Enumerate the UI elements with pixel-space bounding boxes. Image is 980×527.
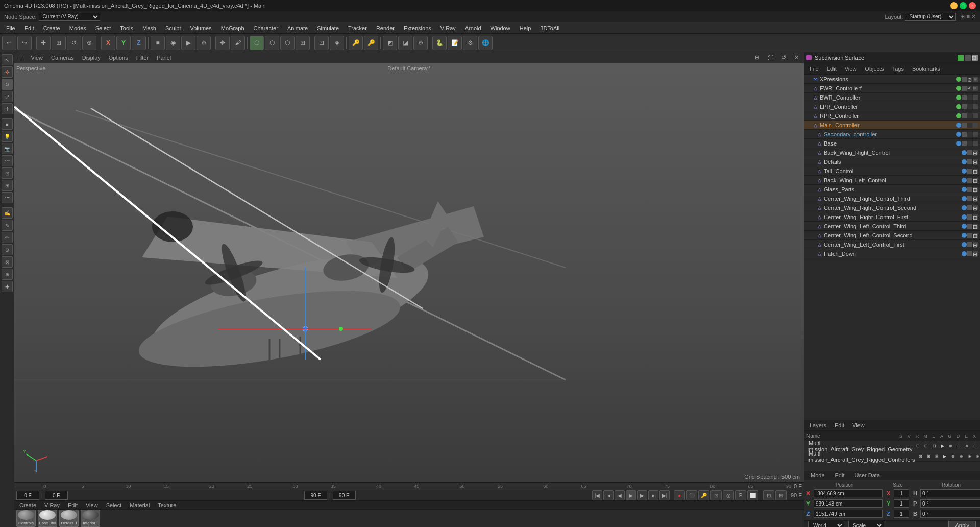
side-paint3-btn[interactable]: ✏: [2, 232, 13, 243]
viewport[interactable]: X Y Z Perspective Default Camera:* Grid …: [14, 63, 804, 482]
layer-c-icon1[interactable]: ⊡: [917, 453, 924, 460]
obj-glass[interactable]: △ Glass_Parts ⊞: [804, 185, 980, 194]
obj-cwrcf[interactable]: △ Center_Wing_Right_Control_First ⊞: [804, 212, 980, 222]
layer-g-icon3[interactable]: ⊟: [931, 443, 938, 450]
layout-dropdown[interactable]: Startup (User): [905, 13, 956, 21]
layer-g-icon5[interactable]: ⊕: [947, 443, 954, 450]
menu-file[interactable]: File: [2, 24, 19, 32]
tool-btn-point[interactable]: ⬡: [280, 36, 295, 50]
obj-cwrct[interactable]: △ Center_Wing_Right_Control_Third ⊞: [804, 194, 980, 203]
tool-btn-3[interactable]: ↺: [67, 36, 81, 50]
side-paint1-btn[interactable]: ✍: [2, 207, 13, 219]
menu-help[interactable]: Help: [516, 24, 535, 32]
mat-interior[interactable]: Interior_: [81, 510, 100, 527]
obj-cwlcf[interactable]: △ Center_Wing_Left_Control_First ⊞: [804, 240, 980, 249]
obj-rpr[interactable]: △ RPR_Controller: [804, 111, 980, 121]
menu-select[interactable]: Select: [91, 24, 115, 32]
world-dropdown[interactable]: World Object Camera: [808, 521, 844, 527]
y-axis-button[interactable]: Y: [116, 36, 131, 50]
obj-cwlct[interactable]: △ Center_Wing_Left_Control_Third ⊞: [804, 222, 980, 231]
new-object-button[interactable]: ✚: [36, 36, 51, 50]
subdiv-green-dot[interactable]: [958, 55, 964, 61]
side-select3-btn[interactable]: ⊕: [2, 269, 13, 280]
layer-g-icon7[interactable]: ⊗: [964, 443, 971, 450]
rot-b-input[interactable]: [920, 510, 980, 518]
vp-menu-icon[interactable]: ≡: [16, 54, 26, 61]
mat-tab-view[interactable]: View: [83, 501, 101, 509]
menu-render[interactable]: Render: [372, 24, 399, 32]
side-select-btn[interactable]: ↖: [2, 54, 13, 65]
apply-button[interactable]: Apply: [948, 521, 976, 527]
menu-3dtoall[interactable]: 3DToAll: [536, 24, 564, 32]
obj-details[interactable]: △ Details ⊞: [804, 157, 980, 166]
mat-base-ital[interactable]: Base_Ital: [38, 510, 57, 527]
undo-button[interactable]: ↩: [2, 36, 16, 50]
layer-g-icon6[interactable]: ⊖: [955, 443, 963, 450]
side-loop-btn[interactable]: ⊙: [2, 244, 13, 255]
layer-g-icon4[interactable]: ▶: [939, 443, 946, 450]
render-anim-btn[interactable]: ⬜: [747, 490, 758, 500]
go-start-btn[interactable]: |◀: [592, 490, 602, 500]
menu-create[interactable]: Create: [39, 24, 64, 32]
layer-g-icon8[interactable]: ⊙: [972, 443, 979, 450]
obj-view-btn[interactable]: View: [842, 65, 860, 73]
vp-cameras-btn[interactable]: Cameras: [48, 54, 77, 61]
next-key-btn[interactable]: ▸: [648, 490, 658, 500]
layer-btn[interactable]: ⊡: [710, 490, 722, 500]
tool-btn-r1[interactable]: ⊡: [314, 36, 329, 50]
obj-bookmarks-btn[interactable]: Bookmarks: [909, 65, 943, 73]
side-subdiv-btn[interactable]: ⊞: [2, 180, 13, 191]
menu-mesh[interactable]: Mesh: [138, 24, 160, 32]
mat-tab-material[interactable]: Material: [127, 501, 153, 509]
side-light-btn[interactable]: 💡: [2, 131, 13, 142]
obj-ctrl-ban[interactable]: ⊘: [967, 77, 972, 82]
obj-edit-btn[interactable]: Edit: [824, 65, 840, 73]
tool-btn-poly[interactable]: ⬡: [250, 36, 264, 50]
record-btn[interactable]: ●: [674, 490, 685, 500]
subdiv-pattern-sq[interactable]: ⊞: [972, 55, 978, 61]
play-btn[interactable]: ▶: [626, 490, 636, 500]
obj-base[interactable]: △ Base: [804, 139, 980, 148]
preview-end-input[interactable]: [333, 491, 356, 500]
vp-options-btn[interactable]: Options: [106, 54, 131, 61]
menu-edit[interactable]: Edit: [20, 24, 38, 32]
tool-btn-cube[interactable]: ■: [151, 36, 165, 50]
tool-python[interactable]: 🐍: [432, 36, 447, 50]
minimize-button[interactable]: −: [950, 2, 958, 9]
object-props-button[interactable]: ⊞: [52, 36, 66, 50]
obj-fwr-ctrl1[interactable]: [956, 86, 961, 91]
z-axis-button[interactable]: Z: [132, 36, 146, 50]
menu-mograph[interactable]: MoGraph: [217, 24, 249, 32]
tool-btn-settings[interactable]: ⚙: [197, 36, 211, 50]
obj-fwr-ctrl2[interactable]: [962, 86, 967, 91]
layer-c-icon5[interactable]: ⊕: [949, 453, 957, 460]
obj-xpressions[interactable]: ⋈ XPressions ⊘ ⊞: [804, 75, 980, 84]
timeline-ruler[interactable]: 0 5 10 15 20 25 30 35 40 45 50 55 60 65 …: [14, 483, 804, 490]
tool-btn-uv[interactable]: ⊞: [296, 36, 310, 50]
pos-z-input[interactable]: [814, 510, 883, 518]
menu-window[interactable]: Window: [486, 24, 514, 32]
mat-tab-vray[interactable]: V-Ray: [41, 501, 63, 509]
side-spline-btn[interactable]: 〰: [2, 155, 13, 166]
go-end-btn[interactable]: ▶|: [659, 490, 670, 500]
obj-fwr-ctrl4[interactable]: ⊞: [973, 86, 978, 91]
tool-btn-anim1[interactable]: 🔑: [349, 36, 363, 50]
vp-icon3[interactable]: ↺: [778, 54, 789, 61]
obj-tail[interactable]: △ Tail_Control ⊞: [804, 166, 980, 176]
auto-key-btn[interactable]: ⚫: [686, 490, 697, 500]
obj-ctrl-v[interactable]: [962, 77, 967, 82]
timeline-settings-btn[interactable]: ⊞: [775, 490, 787, 500]
obj-fwr[interactable]: △ FWR_Controllerf ⊘ ⊞: [804, 84, 980, 93]
obj-objects-btn[interactable]: Objects: [862, 65, 887, 73]
obj-bwrc[interactable]: △ Back_Wing_Right_Control ⊞: [804, 148, 980, 157]
vp-icon1[interactable]: ⊞: [752, 54, 763, 61]
maximize-button[interactable]: □: [960, 2, 967, 9]
size-y-input[interactable]: [894, 499, 909, 508]
tool-btn-play[interactable]: ▶: [181, 36, 195, 50]
node-space-dropdown[interactable]: Current (V-Ray): [39, 13, 100, 21]
vp-panel-btn[interactable]: Panel: [154, 54, 174, 61]
layer-g-icon1[interactable]: ⊡: [915, 443, 922, 450]
side-select2-btn[interactable]: ⊠: [2, 256, 13, 268]
obj-cwlcs[interactable]: △ Center_Wing_Left_Control_Second ⊞: [804, 231, 980, 240]
obj-ctrl-s[interactable]: [956, 77, 961, 82]
